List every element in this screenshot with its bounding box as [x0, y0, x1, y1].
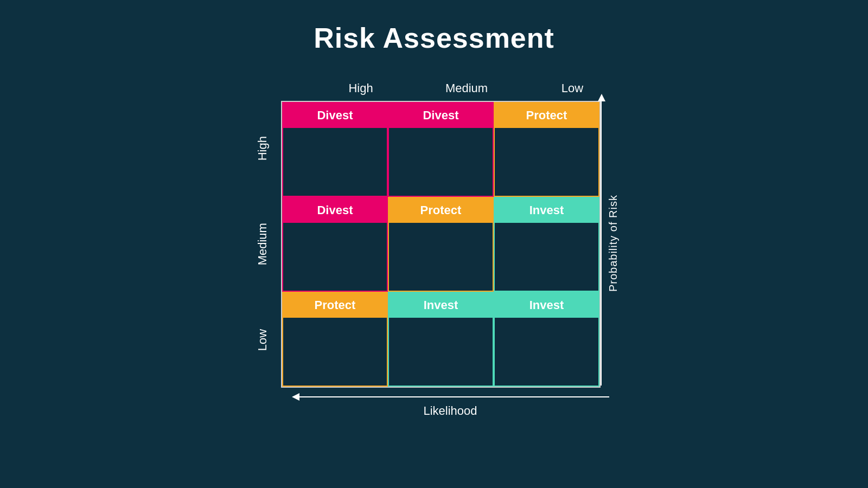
- cell-label-r2-c1: Invest: [389, 293, 493, 318]
- row-label-high: High: [248, 101, 277, 196]
- cell-label-r2-c0: Protect: [283, 293, 387, 318]
- x-axis-line: [299, 396, 609, 397]
- risk-matrix-grid: Divest Divest Protect Divest Protect Inv…: [281, 101, 601, 388]
- y-axis-line: [601, 101, 602, 386]
- cell-r2-c0: Protect: [282, 292, 388, 387]
- col-header-high: High: [308, 81, 414, 99]
- cell-label-r1-c2: Invest: [495, 198, 598, 223]
- cell-r0-c2: Protect: [494, 102, 599, 197]
- cell-r0-c0: Divest: [282, 102, 388, 197]
- cell-label-r0-c0: Divest: [283, 103, 387, 128]
- col-header-low: Low: [520, 81, 626, 99]
- cell-label-r2-c2: Invest: [495, 293, 598, 318]
- cell-r2-c1: Invest: [388, 292, 494, 387]
- y-axis-label: Probability of Risk: [607, 195, 620, 292]
- cell-r2-c2: Invest: [494, 292, 599, 387]
- page-container: Risk Assessment High Medium Low High Med…: [0, 0, 868, 488]
- cell-label-r1-c1: Protect: [389, 198, 493, 223]
- cell-r1-c1: Protect: [388, 197, 494, 292]
- cell-r1-c0: Divest: [282, 197, 388, 292]
- col-header-medium: Medium: [414, 81, 520, 99]
- row-label-medium: Medium: [248, 196, 277, 292]
- x-axis-arrow-left: [292, 393, 299, 401]
- x-axis-label: Likelihood: [423, 404, 477, 418]
- cell-label-r0-c1: Divest: [389, 103, 493, 128]
- cell-label-r1-c0: Divest: [283, 198, 387, 223]
- cell-r1-c2: Invest: [494, 197, 599, 292]
- cell-label-r0-c2: Protect: [495, 103, 598, 128]
- page-title: Risk Assessment: [314, 22, 554, 54]
- y-axis-container: Probability of Risk: [601, 101, 620, 386]
- row-label-low: Low: [248, 292, 277, 388]
- matrix-wrapper: High Medium Low High Medium Low Divest D…: [243, 81, 626, 418]
- cell-r0-c1: Divest: [388, 102, 494, 197]
- row-labels: High Medium Low: [248, 101, 277, 388]
- col-headers: High Medium Low: [276, 81, 626, 99]
